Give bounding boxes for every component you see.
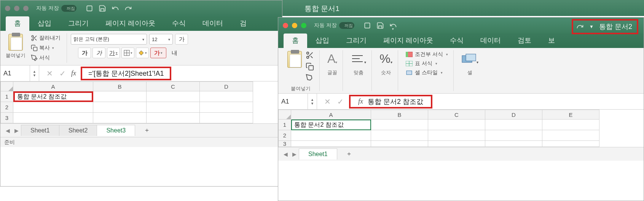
sheet-nav-prev-icon[interactable]: ◀ [281, 151, 290, 157]
tab-review[interactable]: 검토 [509, 34, 540, 48]
clipboard-icon[interactable] [287, 51, 302, 68]
home-dropdown-icon[interactable] [86, 5, 93, 12]
titlebar-1[interactable]: 자동 저장 꺼짐 [0, 0, 282, 16]
align-icon[interactable]: ▾ [351, 51, 366, 66]
row-3[interactable]: 3 [0, 113, 13, 123]
save-icon[interactable] [99, 5, 106, 12]
col-B[interactable]: B [93, 81, 147, 91]
conditional-format-button[interactable]: 조건부 서식▾ [406, 51, 448, 58]
confirm-icon[interactable]: ✓ [56, 69, 69, 78]
tab-draw[interactable]: 그리기 [60, 16, 97, 31]
cell-D3[interactable] [485, 141, 542, 147]
window-controls[interactable] [5, 6, 29, 11]
fx-icon[interactable]: fx [358, 97, 363, 105]
cell-C3[interactable] [147, 113, 200, 123]
autosave-toggle[interactable]: 꺼짐 [61, 5, 77, 12]
cell-E2[interactable] [542, 130, 599, 141]
row-3[interactable]: 3 [278, 141, 291, 147]
cell-styles-button[interactable]: 셀 스타일▾ [406, 69, 448, 76]
cell-A3[interactable] [13, 113, 93, 123]
add-sheet-button[interactable]: ＋ [135, 124, 153, 136]
tab-data[interactable]: 데이터 [472, 34, 509, 48]
row-1[interactable]: 1 [278, 120, 291, 130]
copy-button[interactable]: 복사▾ [29, 44, 63, 52]
cell-D2[interactable] [200, 102, 253, 113]
save-icon[interactable] [376, 22, 384, 29]
select-all-corner[interactable] [278, 110, 291, 120]
bold-button[interactable]: 가 [78, 48, 91, 58]
cell-A2[interactable] [13, 102, 93, 113]
cell-B1[interactable] [371, 120, 428, 130]
tab-formulas[interactable]: 수식 [164, 16, 194, 31]
col-C[interactable]: C [428, 110, 485, 120]
sheet-nav-next-icon[interactable]: ▶ [290, 151, 299, 157]
cut-button[interactable]: 잘라내기 [29, 34, 63, 42]
cell-C1[interactable] [428, 120, 485, 130]
titlebar-2[interactable]: 자동 저장 꺼짐 ▾ ▼ 통합 문서2 [278, 18, 644, 34]
cell-A1[interactable]: 통합 문서2 참조값 [13, 91, 93, 102]
tab-layout[interactable]: 페이지 레이아웃 [375, 34, 442, 48]
underline-button[interactable]: 가▾ [107, 48, 120, 58]
namebox-stepper[interactable]: ▲▼ [30, 65, 39, 81]
cancel-icon[interactable]: ✕ [43, 69, 56, 78]
col-A[interactable]: A [13, 81, 93, 91]
cell-B2[interactable] [371, 130, 428, 141]
row-2[interactable]: 2 [0, 102, 13, 113]
col-D[interactable]: D [485, 110, 542, 120]
fx-icon[interactable]: fx [71, 69, 76, 77]
cell-B3[interactable] [93, 113, 147, 123]
window-controls[interactable] [283, 23, 306, 28]
cancel-icon[interactable]: ✕ [321, 97, 334, 106]
name-box[interactable]: A1 [278, 94, 308, 109]
cell-D1[interactable] [200, 91, 253, 102]
formula-input[interactable]: ='[통합 문서2]Sheet1'!A1 [86, 70, 166, 77]
max-dot-icon[interactable] [301, 23, 306, 28]
cell-D1[interactable] [485, 120, 542, 130]
col-B[interactable]: B [371, 110, 428, 120]
chevron-down-icon[interactable]: ▾ [52, 46, 54, 50]
min-dot-icon[interactable] [292, 23, 297, 28]
close-dot-icon[interactable] [283, 23, 288, 28]
sheet-tab-sheet3[interactable]: Sheet3 [97, 125, 135, 136]
select-all-corner[interactable] [0, 81, 13, 91]
cell-C2[interactable] [147, 102, 200, 113]
tab-layout[interactable]: 페이지 레이아웃 [97, 16, 164, 31]
cell-A3[interactable] [291, 141, 371, 147]
add-sheet-button[interactable]: ＋ [337, 148, 355, 160]
border-button[interactable]: ▾ [121, 48, 134, 58]
cell-B1[interactable] [93, 91, 147, 102]
sheet-tab-sheet1[interactable]: Sheet1 [299, 148, 337, 160]
close-dot-icon[interactable] [5, 6, 10, 11]
col-C[interactable]: C [147, 81, 200, 91]
cell-C3[interactable] [428, 141, 485, 147]
tab-formulas[interactable]: 수식 [442, 34, 472, 48]
italic-button[interactable]: 가 [92, 48, 105, 58]
tab-review-partial[interactable]: 검 [231, 16, 255, 31]
redo-icon[interactable] [124, 5, 132, 12]
cell-D3[interactable] [200, 113, 253, 123]
fill-color-button[interactable]: ▾ [136, 48, 149, 58]
cell-A1[interactable]: 통합 문서2 참조값 [291, 120, 371, 130]
format-painter-button[interactable]: 서식 [29, 54, 63, 62]
confirm-icon[interactable]: ✓ [334, 97, 347, 106]
tab-home[interactable]: 홈 [6, 16, 29, 31]
font-name-select[interactable]: 맑은 고딕 (본문)▾ [71, 34, 147, 45]
autosave-toggle[interactable]: 꺼짐 [339, 22, 354, 29]
cell-E1[interactable] [542, 120, 599, 130]
undo-icon[interactable] [112, 5, 119, 12]
copy-icon[interactable] [306, 62, 314, 71]
row-2[interactable]: 2 [278, 130, 291, 141]
home-dropdown-icon[interactable] [363, 22, 371, 29]
cell-C1[interactable] [147, 91, 200, 102]
cell-E3[interactable] [542, 141, 599, 147]
tab-insert[interactable]: 삽입 [29, 16, 60, 31]
tab-home[interactable]: 홈 [284, 34, 307, 48]
min-dot-icon[interactable] [14, 6, 19, 11]
tab-draw[interactable]: 그리기 [338, 34, 375, 48]
font-grow-button[interactable]: 가 [175, 34, 188, 45]
formula-input[interactable]: 통합 문서2 참조값 [365, 97, 426, 106]
cell-B2[interactable] [93, 102, 147, 113]
col-E[interactable]: E [542, 110, 599, 120]
tab-data[interactable]: 데이터 [194, 16, 231, 31]
format-painter-icon[interactable] [306, 74, 314, 82]
